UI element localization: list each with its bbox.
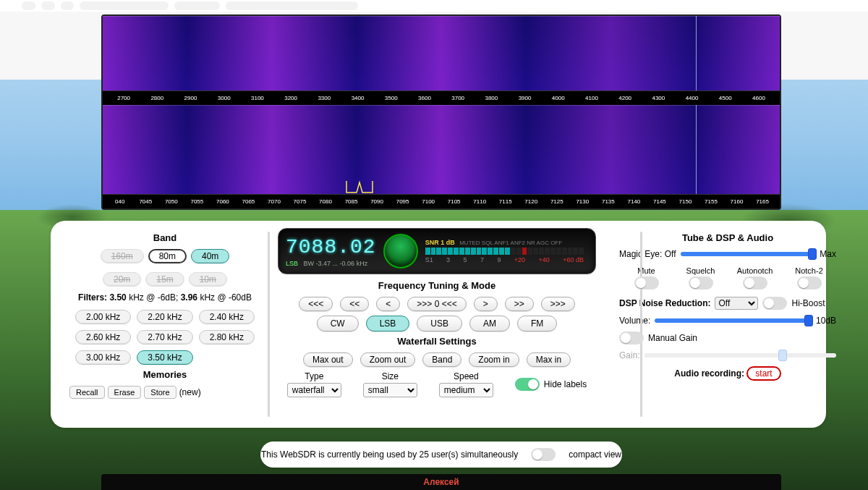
s-meter: SNR 1 dB MUTED SQL ANF1 ANF2 NR AGC OFF … <box>425 239 584 263</box>
tune-step-button[interactable]: <<< <box>299 297 333 311</box>
filter-2.60kHz[interactable]: 2.60 kHz <box>75 330 131 345</box>
gain-label: Gain: <box>619 350 640 360</box>
mode-usb-button[interactable]: USB <box>417 316 462 331</box>
top-config-bar <box>0 0 868 12</box>
upper-freq-scale: 2700280029003000310032003300340035003600… <box>103 90 780 105</box>
gain-slider[interactable] <box>644 353 836 358</box>
squelch-label: Squelch <box>673 266 728 275</box>
hiboost-toggle[interactable] <box>762 297 787 310</box>
tune-step-button[interactable]: >>> <box>541 297 575 311</box>
filter-2.70kHz[interactable]: 2.70 kHz <box>137 330 192 345</box>
waterfall-buttons: Max outZoom outBandZoom inMax in <box>278 352 596 367</box>
user-count: This WebSDR is currently being used by 2… <box>261 449 518 460</box>
audio-column: Tube & DSP & Audio Magic Eye: Off Max Mu… <box>608 228 839 421</box>
volume-label: Volume: <box>619 316 650 326</box>
mode-fm-button[interactable]: FM <box>517 316 557 331</box>
filter-2.40kHz[interactable]: 2.40 kHz <box>199 310 255 324</box>
type-select[interactable]: waterfall <box>287 383 341 397</box>
magic-eye-label: Magic Eye: Off <box>619 249 676 259</box>
upper-spectrogram[interactable] <box>103 16 780 90</box>
filter-2.00kHz[interactable]: 2.00 kHz <box>75 310 131 324</box>
mode-lsb-button[interactable]: LSB <box>366 316 410 331</box>
filter-3.50kHz[interactable]: 3.50 kHz <box>137 350 192 365</box>
tune-step-button[interactable]: << <box>340 297 369 311</box>
wf-zoom-out-button[interactable]: Zoom out <box>360 352 416 367</box>
memory-new-label: (new) <box>179 387 201 397</box>
wf-max-out-button[interactable]: Max out <box>303 352 353 367</box>
recall-button[interactable]: Recall <box>69 386 105 399</box>
wf-band-button[interactable]: Band <box>422 352 461 367</box>
frequency-readout[interactable]: 7088.02 <box>286 236 376 258</box>
notch2-label: Notch-2 <box>782 266 836 275</box>
squelch-toggle[interactable] <box>689 276 713 290</box>
audio-title: Tube & DSP & Audio <box>619 232 836 243</box>
size-label: Size <box>363 371 417 381</box>
wf-zoom-in-button[interactable]: Zoom in <box>469 352 519 367</box>
volume-value: 10dB <box>816 316 836 326</box>
mode-cw-button[interactable]: CW <box>317 316 359 331</box>
tuning-knob[interactable] <box>383 234 418 269</box>
tune-step-button[interactable]: >> <box>505 297 534 311</box>
mode-am-button[interactable]: AM <box>469 316 510 331</box>
band-10m: 10m <box>189 272 227 287</box>
band-40m[interactable]: 40m <box>191 249 229 263</box>
control-panel: Band 160m80m40m20m15m10m Filters: 3.50 k… <box>51 221 826 428</box>
hide-labels-toggle[interactable] <box>515 378 540 391</box>
tune-step-button[interactable]: >>> 0 <<< <box>407 297 466 311</box>
speed-select[interactable]: medium <box>439 383 493 397</box>
lcd-display: 7088.02 LSB BW -3.47 ... -0.06 kHz SNR 1… <box>278 228 596 274</box>
band-80m[interactable]: 80m <box>148 249 187 263</box>
compact-label: compact view <box>569 449 621 460</box>
waterfall-display[interactable]: 2700280029003000310032003300340035003600… <box>101 14 781 210</box>
band-title: Band <box>68 232 262 243</box>
record-start-button[interactable]: start <box>746 366 780 381</box>
username-bar: Алексей <box>101 474 781 490</box>
dspnr-select[interactable]: Off <box>715 297 758 310</box>
memory-row: Recall Erase Store (new) <box>68 386 262 399</box>
band-buttons: 160m80m40m20m15m10m <box>68 249 262 287</box>
filter-2.20kHz[interactable]: 2.20 kHz <box>137 310 192 324</box>
filters-info: Filters: 3.50 kHz @ -6dB; 3.96 kHz @ -60… <box>68 292 262 303</box>
mute-label: Mute <box>619 266 673 275</box>
autonotch-toggle[interactable] <box>743 276 767 290</box>
tuning-title: Frequency Tuning & Mode <box>278 280 596 291</box>
wfset-title: Waterfall Settings <box>278 336 596 347</box>
recording-label: Audio recording: <box>674 368 744 379</box>
filter-buttons: 2.00 kHz2.20 kHz2.40 kHz2.60 kHz2.70 kHz… <box>68 310 262 365</box>
lower-freq-scale: 0407045705070557060706570707075708070857… <box>103 194 780 208</box>
speed-label: Speed <box>439 371 493 381</box>
filter-3.00kHz[interactable]: 3.00 kHz <box>75 350 131 365</box>
memories-title: Memories <box>68 369 262 380</box>
band-20m: 20m <box>103 272 141 287</box>
manual-gain-toggle[interactable] <box>619 331 644 345</box>
tuning-buttons: <<<<<<>>> 0 <<<>>>>>> <box>278 297 596 311</box>
band-15m: 15m <box>145 272 184 287</box>
compact-toggle[interactable] <box>531 448 556 461</box>
mute-toggle[interactable] <box>634 276 659 290</box>
volume-slider[interactable] <box>655 318 812 323</box>
lower-spectrogram[interactable] <box>103 105 780 194</box>
mode-buttons: CWLSBUSBAMFM <box>278 316 596 331</box>
tune-step-button[interactable]: < <box>376 297 400 311</box>
erase-button[interactable]: Erase <box>108 386 142 399</box>
manual-gain-label: Manual Gain <box>648 333 697 343</box>
band-column: Band 160m80m40m20m15m10m Filters: 3.50 k… <box>64 228 266 421</box>
store-button[interactable]: Store <box>144 386 176 399</box>
filter-2.80kHz[interactable]: 2.80 kHz <box>199 330 255 345</box>
wf-max-in-button[interactable]: Max in <box>527 352 571 367</box>
lcd-subinfo: LSB BW -3.47 ... -0.06 kHz <box>286 260 376 267</box>
hide-labels-label: Hide labels <box>544 379 587 389</box>
center-column: 7088.02 LSB BW -3.47 ... -0.06 kHz SNR 1… <box>266 228 608 421</box>
type-label: Type <box>287 371 341 381</box>
magic-max-label: Max <box>820 249 836 259</box>
status-bar: This WebSDR is currently being used by 2… <box>260 442 622 468</box>
autonotch-label: Autonotch <box>728 266 782 275</box>
magic-eye-slider[interactable] <box>681 252 816 256</box>
hiboost-label: Hi-Boost <box>791 298 825 308</box>
band-160m: 160m <box>101 249 144 263</box>
passband-marker[interactable] <box>345 179 374 194</box>
notch2-toggle[interactable] <box>797 276 822 290</box>
size-select[interactable]: small <box>363 383 417 397</box>
tune-step-button[interactable]: > <box>474 297 498 311</box>
dspnr-label: DSP Noise Reduction: <box>619 298 710 308</box>
